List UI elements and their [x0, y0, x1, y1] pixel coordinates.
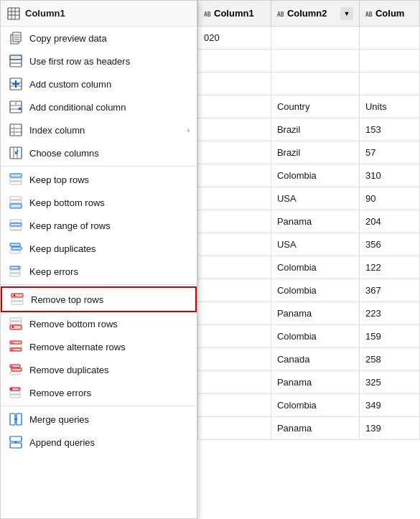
merge-label: Merge queries	[29, 414, 190, 425]
svg-rect-72	[10, 372, 20, 375]
add-conditional-icon: if	[8, 99, 24, 115]
index-arrow: ›	[187, 126, 190, 134]
first-row-icon	[8, 53, 24, 69]
svg-rect-42	[10, 220, 22, 223]
menu-item-add-conditional[interactable]: if Add conditional column	[1, 95, 197, 118]
keep-range-icon	[8, 218, 24, 233]
abc-icon-col1: ABC	[204, 10, 211, 17]
col1-label: Column1	[214, 8, 254, 19]
cell-col3-row4: 153	[359, 118, 419, 141]
table-row: 020	[198, 27, 420, 50]
menu-item-add-custom[interactable]: Add custom column	[1, 73, 197, 95]
svg-rect-52	[10, 273, 20, 276]
cell-col3-row9: 356	[359, 233, 419, 256]
menu-items-list: Copy preview data Use first row as heade…	[1, 27, 197, 454]
cell-col1-row6	[198, 164, 271, 187]
remove-bottom-label: Remove bottom rows	[29, 319, 190, 329]
divider-2	[1, 284, 197, 285]
svg-rect-37	[10, 178, 22, 181]
cell-col1-row8	[198, 210, 271, 233]
cell-col1-row15	[198, 371, 271, 394]
menu-item-keep-dupes[interactable]: Keep duplicates	[1, 237, 197, 260]
menu-item-keep-errors[interactable]: ! Keep errors	[1, 260, 197, 283]
append-label: Append queries	[29, 437, 190, 448]
menu-item-merge[interactable]: Merge queries	[1, 408, 197, 431]
add-conditional-label: Add conditional column	[29, 102, 190, 113]
col2-label: Column2	[287, 8, 327, 19]
menu-item-remove-alternate[interactable]: Remove alternate rows	[1, 335, 197, 358]
cell-col1-row10	[198, 256, 271, 279]
menu-item-remove-dupes[interactable]: Remove duplicates	[1, 358, 197, 381]
menu-header: Column1	[1, 1, 197, 27]
svg-rect-36	[10, 174, 22, 177]
svg-rect-56	[11, 298, 23, 301]
keep-bottom-label: Keep bottom rows	[29, 197, 190, 208]
remove-errors-icon: !	[8, 385, 24, 401]
table-row: Colombia310	[198, 164, 420, 187]
keep-errors-icon: !	[8, 263, 24, 279]
cell-col2-row16: Colombia	[271, 394, 359, 417]
choose-columns-icon	[8, 145, 24, 161]
svg-rect-41	[10, 204, 22, 208]
menu-item-remove-top[interactable]: Remove top rows	[1, 286, 197, 312]
menu-item-remove-bottom[interactable]: Remove bottom rows	[1, 312, 197, 335]
menu-item-keep-top[interactable]: Keep top rows	[1, 168, 197, 191]
svg-rect-40	[10, 200, 22, 203]
copy-preview-label: Copy preview data	[29, 33, 190, 44]
menu-item-choose-columns[interactable]: Choose columns	[1, 141, 197, 164]
add-custom-label: Add custom column	[29, 79, 190, 90]
column-header-label: Column1	[25, 8, 65, 19]
cell-col2-row3: Country	[271, 95, 359, 118]
cell-col1-row16	[198, 394, 271, 417]
svg-rect-79	[10, 391, 20, 394]
menu-item-append[interactable]: Append queries	[1, 431, 197, 454]
svg-rect-44	[10, 227, 22, 230]
col3-header-inner: ABC Colum	[365, 8, 404, 19]
table-row: Panama223	[198, 302, 420, 325]
cell-col3-row14: 258	[359, 348, 419, 371]
menu-item-index[interactable]: 1 2 3 Index column ›	[1, 118, 197, 141]
svg-rect-86	[10, 443, 22, 448]
svg-rect-58	[10, 318, 22, 321]
svg-rect-47	[11, 247, 22, 250]
col3-header: ABC Colum	[359, 1, 419, 27]
cell-col3-row6: 310	[359, 164, 419, 187]
menu-item-keep-range[interactable]: Keep range of rows	[1, 214, 197, 237]
cell-col3-row17: 139	[359, 417, 419, 440]
col3-label: Colum	[375, 8, 404, 19]
table-row	[198, 50, 420, 73]
merge-icon	[8, 411, 24, 427]
cell-col2-row7: USA	[271, 187, 359, 210]
col1-header: ABC Column1	[198, 1, 271, 27]
cell-col2-row5: Brazil	[271, 141, 359, 164]
remove-errors-label: Remove errors	[29, 388, 190, 398]
cell-col2-row13: Colombia	[271, 325, 359, 348]
keep-range-label: Keep range of rows	[29, 220, 190, 231]
menu-item-first-row[interactable]: Use first row as headers	[1, 50, 197, 73]
svg-rect-48	[10, 251, 20, 253]
index-label: Index column	[29, 125, 187, 136]
menu-item-remove-errors[interactable]: ! Remove errors	[1, 381, 197, 404]
choose-columns-label: Choose columns	[29, 148, 190, 159]
table-body: 020CountryUnitsBrazil153Brazil57Colombia…	[198, 27, 420, 440]
cell-col3-row3: Units	[359, 95, 419, 118]
table-row: Colombia349	[198, 394, 420, 417]
svg-rect-53	[11, 294, 23, 297]
table-row: Brazil57	[198, 141, 420, 164]
menu-item-keep-bottom[interactable]: Keep bottom rows	[1, 191, 197, 214]
app-container: Column1 Copy preview data	[0, 0, 420, 519]
table-icon	[6, 6, 21, 21]
table-row: Canada258	[198, 348, 420, 371]
col2-filter-button[interactable]: ▼	[340, 7, 353, 20]
remove-top-icon	[9, 291, 25, 307]
cell-col3-row8: 204	[359, 210, 419, 233]
cell-col3-row15: 325	[359, 371, 419, 394]
svg-rect-25	[10, 124, 22, 136]
keep-bottom-icon	[8, 195, 24, 210]
menu-item-copy-preview[interactable]: Copy preview data	[1, 27, 197, 50]
cell-col3-row5: 57	[359, 141, 419, 164]
remove-top-label: Remove top rows	[31, 294, 188, 305]
col2-header: ABC Column2 ▼	[271, 1, 359, 27]
svg-rect-43	[10, 223, 22, 226]
cell-col1-row5	[198, 141, 271, 164]
